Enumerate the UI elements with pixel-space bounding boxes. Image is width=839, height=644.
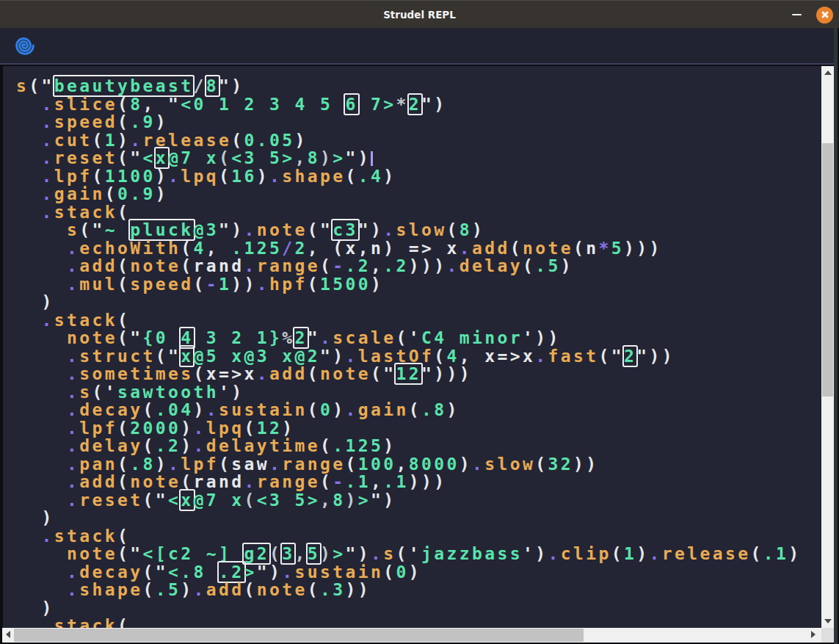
code-line[interactable]: .lpf(2000).lpq(12) [16, 419, 821, 438]
code-line[interactable]: .struct("x@5 x@3 x@2").lastOf(4, x=>x.fa… [16, 347, 821, 366]
vertical-scrollbar-thumb[interactable] [822, 143, 833, 397]
code-token: . [269, 455, 282, 474]
code-token: ( [117, 527, 130, 546]
code-token [16, 544, 67, 563]
close-button[interactable] [816, 7, 833, 23]
code-token: ( [117, 275, 130, 294]
active-token-highlight: 2 [409, 95, 421, 114]
code-token: delaytime [206, 436, 320, 455]
code-token: (' [92, 383, 118, 402]
horizontal-scrollbar-thumb[interactable] [14, 629, 584, 642]
code-line[interactable]: .sometimes(x=>x.add(note("12"))) [16, 365, 821, 383]
code-token: n [586, 239, 598, 258]
code-line[interactable]: .decay(.04).sustain(0).gain(.8) [16, 401, 821, 419]
code-token: ( [143, 436, 156, 455]
code-line[interactable]: .lpf(1100).lpq(16).shape(.4) [16, 167, 821, 186]
code-line[interactable]: note("<[c2 ~] g2(3,5)>").s('jazzbass').c… [16, 545, 821, 563]
code-line[interactable]: .shape(.5).add(note(.3)) [16, 581, 821, 599]
code-token: note [523, 239, 573, 258]
code-token: ") [257, 562, 283, 582]
horizontal-scrollbar[interactable] [2, 628, 821, 643]
code-line[interactable]: ) [16, 599, 821, 618]
code-token: . [67, 239, 79, 258]
window-title: Strudel REPL [0, 1, 839, 29]
code-line[interactable]: .reset("<x@7 x(<3 5>,8)>") [16, 491, 821, 510]
code-token: jazzbass [421, 544, 523, 563]
code-token: 2 [294, 239, 307, 258]
code-token: . [244, 256, 257, 275]
code-token: struct [79, 347, 155, 366]
code-line[interactable]: .speed(.9) [16, 113, 821, 131]
code-line[interactable]: .cut(1).release(0.05) [16, 131, 821, 150]
code-token: ) [156, 112, 168, 131]
code-token [16, 256, 67, 275]
active-token-highlight: 2 [294, 328, 307, 347]
code-token: ) [294, 131, 307, 150]
active-token-highlight: 12 [396, 364, 421, 383]
code-token: . [282, 562, 294, 582]
code-token: ) [561, 256, 573, 275]
code-token: range [257, 256, 320, 275]
code-line[interactable]: .add(note(rand.range(-.1,.1))) [16, 473, 821, 491]
minimize-button[interactable] [788, 7, 805, 23]
code-line[interactable]: .pan(.8).lpf(saw.range(100,8000).slow(32… [16, 455, 821, 474]
code-token: ") [345, 544, 371, 563]
scrollbar-right-button[interactable] [809, 628, 821, 643]
code-token: stack [54, 311, 117, 330]
code-line[interactable]: .echoWith(4, .125/2, (x,n) => x.add(note… [16, 239, 821, 258]
code-token: / [282, 239, 294, 258]
active-token-highlight: 3 [282, 544, 294, 563]
code-line[interactable]: .add(note(rand.range(-.2,.2))).delay(.5) [16, 257, 821, 275]
code-token: ") [219, 76, 244, 95]
code-token: delay [460, 256, 523, 275]
code-line[interactable]: note("{0 4 3 2 1}%2".scale('C4 minor')) [16, 329, 821, 347]
scrollbar-down-button[interactable] [821, 615, 834, 628]
code-token: note [257, 220, 308, 239]
code-token: note [67, 328, 117, 347]
code-token: ( [117, 455, 130, 474]
code-token: , x=>x [460, 347, 535, 366]
code-token: . [472, 455, 484, 474]
code-token [16, 419, 67, 438]
vertical-scrollbar[interactable] [821, 66, 834, 628]
code-token: ") [219, 220, 244, 239]
code-token: 16 [231, 167, 257, 186]
code-line[interactable]: .s('sawtooth') [16, 383, 821, 402]
code-token: sustain [219, 400, 308, 419]
code-token: s [16, 76, 29, 95]
code-token: ( [308, 275, 320, 294]
code-token: s [67, 220, 79, 239]
code-token: <[c2 ~] [143, 544, 244, 563]
code-token: , [371, 472, 383, 491]
code-line[interactable]: .delay(.2).delaytime(.125) [16, 437, 821, 455]
code-token: (' [396, 544, 421, 563]
code-token: . [345, 347, 357, 366]
code-line[interactable]: .mul(speed(-1)).hpf(1500) [16, 275, 821, 294]
code-token: , " [143, 95, 181, 114]
toolbar [0, 28, 839, 65]
code-token: ) [16, 292, 54, 311]
code-token: release [662, 544, 751, 563]
code-line[interactable]: .reset("<x@7 x(<3 5>,8)>") [16, 149, 821, 167]
scrollbar-left-button[interactable] [2, 628, 15, 643]
code-line[interactable]: .gain(0.9) [16, 185, 821, 203]
code-line[interactable]: .slice(8, "<0 1 2 3 4 5 6 7>*2") [16, 95, 821, 114]
code-token: ) [446, 400, 459, 419]
code-line[interactable]: ) [16, 509, 821, 527]
code-line[interactable]: ) [16, 293, 821, 311]
code-token: add [472, 239, 510, 258]
code-line[interactable]: .stack( [16, 527, 821, 546]
code-line[interactable]: .decay("<.8 .2>").sustain(0) [16, 563, 821, 582]
arrow-left-icon [6, 631, 10, 638]
code-token: . [67, 275, 79, 294]
scrollbar-up-button[interactable] [821, 66, 834, 79]
code-line[interactable]: .stack( [16, 617, 821, 628]
code-line[interactable]: .stack( [16, 311, 821, 330]
code-editor[interactable]: s("beautybeast/8") .slice(8, "<0 1 2 3 4… [3, 66, 821, 628]
code-token: (rand [181, 472, 244, 491]
code-token: ) [16, 598, 54, 618]
code-line[interactable]: s("~ pluck@3").note("c3").slow(8) [16, 221, 821, 239]
code-line[interactable]: .stack( [16, 203, 821, 222]
code-line[interactable]: s("beautybeast/8") [16, 77, 821, 95]
code-token: ") [371, 491, 396, 510]
